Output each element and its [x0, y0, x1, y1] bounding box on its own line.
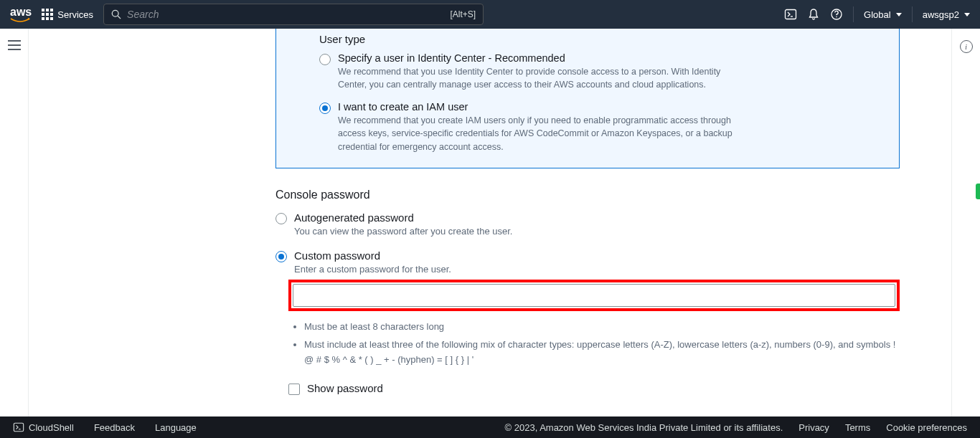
cloudshell-icon	[13, 422, 24, 433]
footer-privacy[interactable]: Privacy	[798, 422, 829, 433]
search-icon	[111, 9, 121, 19]
search-input[interactable]	[127, 9, 446, 20]
user-type-box: User type Specify a user in Identity Cen…	[275, 29, 900, 168]
caret-down-icon	[964, 13, 970, 16]
password-rule: Must be at least 8 characters long	[304, 320, 900, 335]
radio-desc: Enter a custom password for the user.	[294, 263, 451, 277]
radio-label: Specify a user in Identity Center - Reco…	[338, 52, 740, 64]
radio-desc: We recommend that you use Identity Cente…	[338, 65, 740, 91]
account-label: awsgsp2	[923, 9, 959, 20]
footer-terms[interactable]: Terms	[845, 422, 870, 433]
footer-copyright: © 2023, Amazon Web Services India Privat…	[505, 422, 783, 433]
password-rules: Must be at least 8 characters long Must …	[304, 320, 900, 367]
radio-iam-user[interactable]: I want to create an IAM user We recommen…	[319, 101, 856, 153]
search-shortcut: [Alt+S]	[450, 9, 476, 19]
password-rule: Must include at least three of the follo…	[304, 338, 900, 368]
services-label: Services	[57, 9, 93, 20]
radio-icon[interactable]	[319, 54, 331, 65]
account-menu[interactable]: awsgsp2	[923, 9, 970, 20]
aws-logo[interactable]: aws	[10, 6, 32, 23]
radio-icon[interactable]	[275, 213, 287, 224]
caret-down-icon	[896, 13, 902, 16]
show-password-row[interactable]: Show password	[275, 382, 900, 395]
footer: CloudShell Feedback Language © 2023, Ama…	[0, 416, 980, 438]
sidebar-toggle[interactable]	[8, 40, 21, 50]
right-rail: i	[951, 29, 980, 416]
custom-password-input[interactable]	[293, 284, 895, 307]
search-box[interactable]: [Alt+S]	[103, 4, 484, 25]
user-type-heading: User type	[319, 33, 856, 45]
radio-desc: You can view the password after you crea…	[294, 225, 512, 239]
show-password-label: Show password	[307, 382, 383, 394]
feedback-tab[interactable]	[976, 184, 980, 199]
console-password-heading: Console password	[275, 189, 900, 201]
cloudshell-icon	[784, 8, 797, 21]
footer-cloudshell[interactable]: CloudShell	[13, 422, 74, 433]
svg-point-0	[112, 10, 118, 16]
svg-line-1	[118, 16, 121, 19]
bell-icon	[807, 8, 820, 21]
radio-identity-center[interactable]: Specify a user in Identity Center - Reco…	[319, 52, 856, 91]
region-label: Global	[864, 9, 891, 20]
notifications-button[interactable]	[807, 8, 820, 21]
password-input-highlight	[288, 280, 900, 311]
services-menu[interactable]: Services	[42, 9, 93, 20]
svg-rect-2	[786, 10, 796, 19]
radio-icon[interactable]	[275, 251, 287, 262]
radio-autogenerated-password[interactable]: Autogenerated password You can view the …	[275, 211, 900, 239]
radio-label: Custom password	[294, 249, 451, 262]
help-button[interactable]	[830, 8, 843, 21]
radio-custom-password[interactable]: Custom password Enter a custom password …	[275, 249, 900, 277]
radio-label: I want to create an IAM user	[338, 101, 740, 113]
show-password-checkbox[interactable]	[288, 384, 300, 395]
left-rail	[0, 29, 29, 416]
footer-language[interactable]: Language	[155, 422, 197, 433]
footer-cookie[interactable]: Cookie preferences	[886, 422, 967, 433]
help-icon	[830, 8, 843, 21]
cloudshell-icon-button[interactable]	[784, 8, 797, 21]
footer-feedback[interactable]: Feedback	[94, 422, 135, 433]
radio-label: Autogenerated password	[294, 211, 512, 224]
help-panel-toggle[interactable]: i	[960, 40, 973, 53]
svg-rect-11	[14, 423, 23, 432]
radio-icon[interactable]	[319, 103, 331, 114]
radio-desc: We recommend that you create IAM users o…	[338, 114, 740, 153]
top-nav: aws Services [Alt+S] Global awsgsp2	[0, 0, 980, 29]
region-selector[interactable]: Global	[864, 9, 902, 20]
grid-icon	[42, 9, 53, 20]
content-scroll[interactable]: User type Specify a user in Identity Cen…	[29, 29, 951, 416]
svg-point-5	[836, 16, 837, 18]
